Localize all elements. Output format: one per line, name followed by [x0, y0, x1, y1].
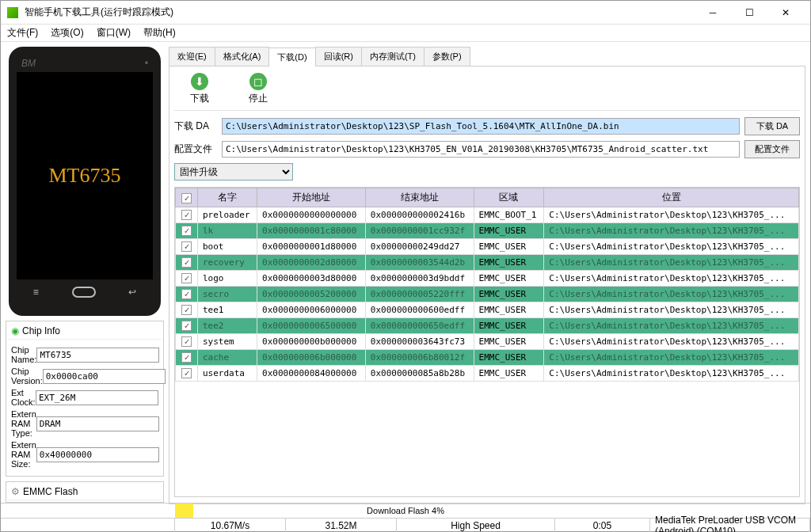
row-checkbox[interactable]: ✓: [181, 273, 192, 283]
download-icon: ⬇: [191, 73, 208, 90]
chip-name-field[interactable]: [36, 348, 159, 363]
menu-file[interactable]: 文件(F): [7, 26, 38, 40]
table-row[interactable]: ✓ tee20x00000000065000000x000000000650ed…: [176, 318, 799, 334]
row-checkbox[interactable]: ✓: [181, 305, 192, 315]
scatter-label: 配置文件: [174, 142, 217, 156]
col-location[interactable]: 位置: [544, 188, 799, 207]
row-checkbox[interactable]: ✓: [181, 210, 192, 220]
table-row[interactable]: ✓ logo0x0000000003d800000x0000000003d9bd…: [176, 271, 799, 287]
phone-brand: BM: [21, 58, 36, 67]
check-all[interactable]: ✓: [181, 193, 192, 203]
partition-table[interactable]: ✓ 名字 开始地址 结束地址 区域 位置 ✓ preloader0x000000…: [174, 187, 800, 497]
status-speed: 10.67M/s: [175, 519, 286, 532]
tab-download[interactable]: 下载(D): [268, 48, 315, 66]
menu-window[interactable]: 窗口(W): [97, 26, 131, 40]
tab-memtest[interactable]: 内存测试(T): [361, 47, 425, 66]
ram-type-label: Extern RAM Type:: [11, 409, 36, 438]
col-name[interactable]: 名字: [198, 188, 257, 207]
emmc-header: EMMC Flash: [23, 486, 78, 497]
scatter-browse-button[interactable]: 配置文件: [744, 140, 800, 158]
chip-model-display: MT6735: [49, 164, 121, 188]
da-browse-button[interactable]: 下载 DA: [744, 117, 800, 135]
table-row[interactable]: ✓ system0x000000000b0000000x000000003643…: [176, 334, 799, 350]
chip-version-label: Chip Version:: [11, 367, 43, 386]
table-row[interactable]: ✓ secro0x00000000052000000x0000000005220…: [176, 287, 799, 302]
menu-icon: ≡: [33, 287, 39, 298]
col-end[interactable]: 结束地址: [365, 188, 474, 207]
status-mode: High Speed: [397, 519, 555, 532]
table-row[interactable]: ✓ lk0x0000000001c800000x0000000001cc932f…: [176, 223, 799, 239]
home-icon: [72, 287, 96, 298]
da-path-input[interactable]: [222, 118, 740, 135]
row-checkbox[interactable]: ✓: [181, 289, 192, 299]
phone-preview: BM• MT6735 ≡ ↩: [9, 47, 161, 316]
row-checkbox[interactable]: ✓: [181, 241, 192, 252]
row-checkbox[interactable]: ✓: [181, 226, 192, 236]
close-button[interactable]: ✕: [767, 1, 804, 25]
main-window: 智能手机下载工具(运行时跟踪模式) ─ ☐ ✕ 文件(F) 选项(O) 窗口(W…: [0, 0, 811, 532]
status-device: MediaTek PreLoader USB VCOM (Android) (C…: [650, 519, 810, 532]
status-size: 31.52M: [286, 519, 397, 532]
minimize-button[interactable]: ─: [695, 1, 731, 25]
col-start[interactable]: 开始地址: [257, 188, 366, 207]
stop-button[interactable]: ◻ 停止: [249, 73, 268, 105]
table-row[interactable]: ✓ userdata0x00000000840000000x0000000085…: [176, 366, 799, 382]
chip-icon: ◉: [11, 325, 19, 336]
table-row[interactable]: ✓ boot0x0000000001d800000x00000000249dd2…: [176, 239, 799, 255]
chip-version-field[interactable]: [43, 369, 166, 384]
menu-options[interactable]: 选项(O): [51, 26, 83, 40]
ram-type-field[interactable]: [36, 416, 159, 431]
back-icon: ↩: [128, 287, 136, 298]
progress-text: Download Flash 4%: [175, 504, 636, 518]
col-region[interactable]: 区域: [474, 188, 544, 207]
tabs: 欢迎(E) 格式化(A) 下载(D) 回读(R) 内存测试(T) 参数(P): [169, 47, 805, 66]
tab-welcome[interactable]: 欢迎(E): [169, 47, 215, 66]
row-checkbox[interactable]: ✓: [181, 336, 192, 347]
chip-info-panel: ◉ Chip Info Chip Name: Chip Version: Ext…: [6, 321, 164, 477]
row-checkbox[interactable]: ✓: [181, 368, 192, 378]
table-row[interactable]: ✓ preloader0x00000000000000000x000000000…: [176, 207, 799, 223]
menubar: 文件(F) 选项(O) 窗口(W) 帮助(H): [1, 25, 810, 42]
ext-clock-field[interactable]: [36, 390, 158, 405]
row-checkbox[interactable]: ✓: [181, 257, 192, 268]
chip-info-header: Chip Info: [22, 325, 60, 336]
tab-format[interactable]: 格式化(A): [215, 47, 270, 66]
tab-readback[interactable]: 回读(R): [315, 47, 362, 66]
ext-clock-label: Ext Clock:: [11, 388, 36, 407]
status-empty: [1, 519, 175, 532]
table-row[interactable]: ✓ tee10x00000000060000000x000000000600ed…: [176, 302, 799, 318]
titlebar[interactable]: 智能手机下载工具(运行时跟踪模式) ─ ☐ ✕: [1, 1, 810, 25]
status-time: 0:05: [555, 519, 650, 532]
app-icon: [7, 7, 18, 18]
maximize-button[interactable]: ☐: [731, 1, 767, 25]
phone-nav: ≡ ↩: [17, 284, 153, 300]
stop-icon: ◻: [249, 73, 267, 90]
chip-name-label: Chip Name:: [11, 345, 36, 364]
da-label: 下载 DA: [174, 120, 217, 133]
scatter-path-input[interactable]: [222, 141, 740, 158]
table-row[interactable]: ✓ cache0x000000006b0000000x000000006b800…: [176, 350, 799, 366]
download-button[interactable]: ⬇ 下载: [190, 73, 209, 105]
menu-help[interactable]: 帮助(H): [143, 26, 176, 40]
row-checkbox[interactable]: ✓: [181, 321, 192, 331]
statusbar: 10.67M/s 31.52M High Speed 0:05 MediaTek…: [1, 518, 810, 532]
gear-icon: ⚙: [11, 486, 20, 497]
tab-params[interactable]: 参数(P): [424, 47, 470, 66]
ram-size-field[interactable]: [36, 447, 159, 462]
progress-bar: Download Flash 4%: [175, 504, 636, 518]
emmc-panel: ⚙ EMMC Flash: [6, 481, 164, 503]
table-row[interactable]: ✓ recovery0x0000000002d800000x0000000003…: [176, 255, 799, 271]
window-title: 智能手机下载工具(运行时跟踪模式): [25, 6, 695, 19]
ram-size-label: Extern RAM Size:: [11, 440, 36, 469]
row-checkbox[interactable]: ✓: [181, 352, 192, 363]
mode-select[interactable]: 固件升级: [174, 163, 293, 180]
